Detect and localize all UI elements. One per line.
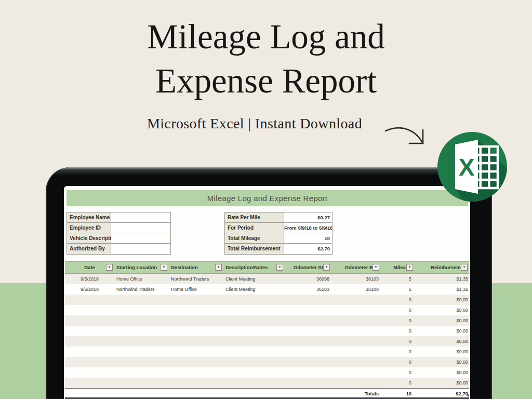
table-cell[interactable]: 0: [381, 378, 415, 388]
table-cell[interactable]: [223, 305, 285, 315]
table-cell[interactable]: 5: [381, 274, 415, 284]
filter-dropdown-button[interactable]: ▼: [276, 264, 283, 271]
table-cell[interactable]: Client Meeting: [223, 274, 285, 284]
table-cell[interactable]: [223, 315, 285, 326]
table-cell[interactable]: [65, 305, 114, 315]
table-cell[interactable]: [65, 336, 114, 347]
table-cell[interactable]: [169, 315, 223, 326]
table-cell[interactable]: 0: [381, 295, 415, 305]
table-cell[interactable]: [331, 326, 381, 336]
table-cell[interactable]: [331, 336, 381, 347]
table-cell[interactable]: [169, 357, 223, 367]
filter-dropdown-button[interactable]: ▼: [161, 264, 167, 271]
table-cell[interactable]: [285, 367, 331, 378]
form-value-cell[interactable]: $2,70: [284, 244, 332, 254]
table-cell[interactable]: [331, 305, 381, 315]
table-cell[interactable]: $1,35: [415, 274, 469, 284]
filter-dropdown-button[interactable]: ▼: [106, 264, 113, 271]
table-cell[interactable]: [285, 378, 331, 388]
table-cell[interactable]: [223, 389, 285, 397]
table-cell[interactable]: [223, 336, 285, 347]
table-cell[interactable]: [285, 357, 331, 367]
table-cell[interactable]: 36103: [285, 284, 331, 295]
table-cell[interactable]: 0: [381, 315, 415, 326]
table-cell[interactable]: 36108: [331, 284, 381, 295]
filter-dropdown-button[interactable]: ▼: [373, 264, 379, 271]
table-cell[interactable]: $0,00: [415, 315, 469, 326]
table-cell[interactable]: [114, 378, 169, 388]
table-cell[interactable]: 0: [381, 305, 415, 315]
table-cell[interactable]: 0: [381, 336, 415, 347]
table-cell[interactable]: 0: [381, 347, 415, 357]
form-value-cell[interactable]: [111, 223, 170, 233]
table-cell[interactable]: Client Meeting: [223, 284, 285, 295]
table-cell[interactable]: $0,00: [415, 326, 469, 336]
table-cell[interactable]: [223, 295, 285, 305]
table-cell[interactable]: $0,00: [415, 295, 469, 305]
table-cell[interactable]: [223, 326, 285, 336]
table-cell[interactable]: [65, 295, 114, 305]
table-cell[interactable]: [331, 378, 381, 388]
table-cell[interactable]: [169, 378, 223, 388]
table-cell[interactable]: 0: [381, 367, 415, 378]
table-cell[interactable]: [114, 326, 169, 336]
table-cell[interactable]: [169, 305, 223, 315]
table-cell[interactable]: [65, 315, 114, 326]
form-value-cell[interactable]: $0,27: [284, 212, 332, 222]
table-cell[interactable]: [169, 389, 223, 397]
table-cell[interactable]: 0: [381, 326, 415, 336]
table-cell[interactable]: $0,00: [415, 378, 469, 388]
table-cell[interactable]: [331, 347, 381, 357]
form-value-cell[interactable]: From 5/9/18 to 5/9/18: [284, 223, 332, 233]
table-cell[interactable]: [331, 357, 381, 367]
table-cell[interactable]: [114, 336, 169, 347]
filter-dropdown-button[interactable]: ▼: [215, 264, 222, 271]
form-value-cell[interactable]: 10: [284, 233, 332, 243]
table-cell[interactable]: [169, 367, 223, 378]
table-cell[interactable]: [65, 357, 114, 367]
table-cell[interactable]: Home Office: [114, 274, 169, 284]
table-cell[interactable]: [169, 347, 223, 357]
table-cell[interactable]: $0,00: [415, 336, 469, 347]
table-cell[interactable]: [223, 347, 285, 357]
table-cell[interactable]: $0,00: [415, 367, 469, 378]
table-cell[interactable]: [114, 389, 169, 397]
table-cell[interactable]: $0,00: [415, 347, 469, 357]
table-cell[interactable]: 9/5/2018: [65, 284, 114, 295]
table-cell[interactable]: [65, 378, 114, 388]
table-cell[interactable]: [331, 315, 381, 326]
table-cell[interactable]: Home Office: [169, 284, 223, 295]
table-cell[interactable]: [285, 347, 331, 357]
table-cell[interactable]: [114, 295, 169, 305]
table-cell[interactable]: 9/5/2018: [65, 274, 114, 284]
form-value-cell[interactable]: [111, 244, 170, 254]
table-cell[interactable]: [114, 305, 169, 315]
table-cell[interactable]: [331, 295, 381, 305]
table-cell[interactable]: Northwind Traders: [169, 274, 223, 284]
table-cell[interactable]: [169, 295, 223, 305]
filter-dropdown-button[interactable]: ▼: [406, 264, 413, 271]
table-cell[interactable]: [285, 326, 331, 336]
table-cell[interactable]: [65, 326, 114, 336]
table-cell[interactable]: [65, 389, 114, 397]
form-value-cell[interactable]: [111, 212, 170, 222]
table-cell[interactable]: 36103: [331, 274, 381, 284]
table-cell[interactable]: [114, 315, 169, 326]
table-cell[interactable]: [223, 357, 285, 367]
table-cell[interactable]: [223, 378, 285, 388]
table-cell[interactable]: Northwind Traders: [114, 284, 169, 295]
table-cell[interactable]: [285, 389, 331, 397]
table-cell[interactable]: [285, 315, 331, 326]
table-cell[interactable]: [285, 305, 331, 315]
table-cell[interactable]: [114, 367, 169, 378]
filter-dropdown-button[interactable]: ▼: [323, 264, 330, 271]
table-cell[interactable]: [65, 367, 114, 378]
table-cell[interactable]: [114, 347, 169, 357]
table-cell[interactable]: [331, 367, 381, 378]
filter-dropdown-button[interactable]: ▼: [461, 264, 468, 271]
table-cell[interactable]: $1,35: [415, 284, 469, 295]
table-cell[interactable]: 0: [381, 357, 415, 367]
form-value-cell[interactable]: [111, 233, 170, 243]
table-cell[interactable]: [285, 295, 331, 305]
table-cell[interactable]: [223, 367, 285, 378]
